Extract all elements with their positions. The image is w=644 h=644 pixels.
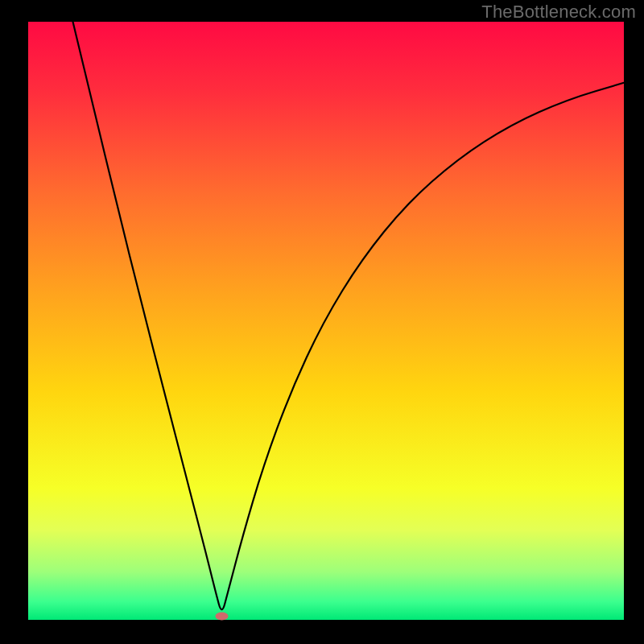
bottleneck-chart (0, 0, 644, 644)
chart-container: TheBottleneck.com (0, 0, 644, 644)
plot-background (28, 22, 624, 620)
minimum-marker (216, 613, 229, 621)
watermark-text: TheBottleneck.com (481, 2, 636, 23)
